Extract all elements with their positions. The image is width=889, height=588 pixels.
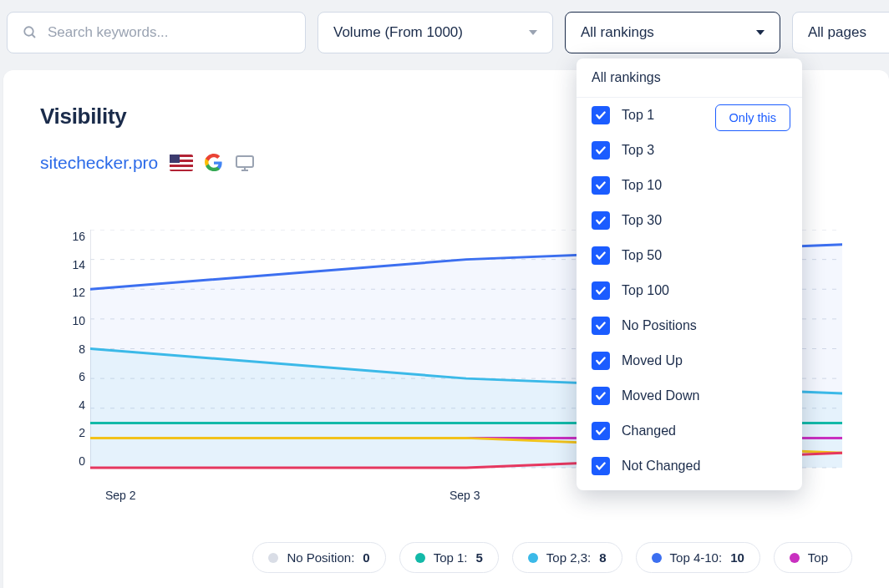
- dropdown-item[interactable]: Not Changed: [577, 449, 802, 484]
- checkbox-icon[interactable]: [592, 141, 610, 160]
- legend-dot: [528, 553, 538, 563]
- search-icon: [23, 25, 38, 40]
- legend-item[interactable]: Top: [774, 542, 852, 573]
- chevron-down-icon: [756, 30, 765, 35]
- rankings-dropdown: All rankings Top 1 Only this Top 3 Top 1…: [577, 58, 802, 490]
- checkbox-icon[interactable]: [592, 246, 610, 265]
- chevron-down-icon: [529, 30, 537, 35]
- svg-rect-2: [236, 156, 253, 167]
- dropdown-item-label: Top 100: [622, 283, 669, 298]
- legend-dot: [415, 553, 425, 563]
- y-tick: 12: [60, 286, 85, 299]
- x-tick: Sep 3: [450, 489, 480, 502]
- legend-label: Top: [808, 550, 828, 565]
- dropdown-item-label: Changed: [622, 423, 676, 438]
- dropdown-item-label: Top 3: [622, 143, 654, 158]
- legend-label: Top 2,3:: [546, 550, 591, 565]
- desktop-icon: [235, 153, 255, 173]
- only-this-button[interactable]: Only this: [715, 104, 790, 131]
- dropdown-item[interactable]: Moved Down: [577, 378, 802, 413]
- checkbox-icon[interactable]: [592, 106, 610, 124]
- legend-item[interactable]: No Position: 0: [252, 542, 385, 573]
- checkbox-icon[interactable]: [592, 317, 610, 335]
- legend-value: 8: [599, 550, 606, 565]
- legend-item[interactable]: Top 4-10: 10: [636, 542, 760, 573]
- svg-line-1: [32, 34, 35, 38]
- y-tick: 0: [60, 454, 85, 468]
- rankings-filter[interactable]: All rankings: [565, 12, 780, 53]
- dropdown-item[interactable]: Changed: [577, 413, 802, 449]
- dropdown-item-label: Not Changed: [622, 459, 700, 474]
- dropdown-item-label: Top 50: [622, 248, 662, 263]
- legend-dot: [268, 553, 278, 563]
- dropdown-item[interactable]: Top 10: [577, 168, 802, 203]
- dropdown-item-label: Moved Up: [622, 353, 683, 368]
- dropdown-item-label: Top 30: [622, 213, 662, 228]
- legend-label: No Position:: [287, 550, 354, 565]
- legend-value: 10: [730, 550, 744, 565]
- dropdown-item-label: Moved Down: [622, 388, 699, 403]
- x-tick: Sep 2: [105, 489, 136, 502]
- legend-label: Top 1:: [434, 550, 468, 565]
- y-tick: 2: [60, 426, 85, 439]
- dropdown-item[interactable]: Top 30: [577, 203, 802, 238]
- checkbox-icon[interactable]: [592, 352, 610, 370]
- us-flag-icon: [170, 155, 193, 171]
- dropdown-item[interactable]: No Positions: [577, 308, 802, 343]
- dropdown-item-label: Top 1: [622, 108, 654, 123]
- dropdown-header: All rankings: [577, 58, 802, 98]
- checkbox-icon[interactable]: [592, 387, 610, 405]
- legend-value: 5: [476, 550, 483, 565]
- legend-value: 0: [363, 550, 369, 565]
- checkbox-icon[interactable]: [592, 422, 610, 440]
- y-axis: 1614121086420: [60, 230, 85, 468]
- y-tick: 10: [60, 314, 85, 327]
- search-input[interactable]: Search keywords...: [7, 12, 306, 53]
- legend-item[interactable]: Top 1: 5: [399, 542, 499, 573]
- dropdown-item[interactable]: Top 3: [577, 133, 802, 168]
- checkbox-icon[interactable]: [592, 457, 610, 475]
- filter-bar: Search keywords... Volume (From 1000) Al…: [0, 0, 889, 65]
- legend-dot: [790, 553, 800, 563]
- pages-filter[interactable]: All pages: [792, 12, 889, 53]
- y-tick: 14: [60, 258, 85, 271]
- y-tick: 16: [60, 230, 85, 243]
- checkbox-icon[interactable]: [592, 176, 610, 195]
- dropdown-item[interactable]: Top 50: [577, 238, 802, 273]
- dropdown-item-label: No Positions: [622, 318, 697, 333]
- legend-dot: [652, 553, 662, 563]
- dropdown-item[interactable]: Moved Up: [577, 343, 802, 378]
- legend: No Position: 0Top 1: 5Top 2,3: 8Top 4-10…: [40, 542, 852, 573]
- google-icon: [205, 154, 223, 172]
- dropdown-item[interactable]: Top 100: [577, 273, 802, 308]
- dropdown-item[interactable]: Top 1 Only this: [577, 98, 802, 133]
- y-tick: 8: [60, 342, 85, 356]
- dropdown-item-label: Top 10: [622, 178, 662, 193]
- checkbox-icon[interactable]: [592, 211, 610, 230]
- checkbox-icon[interactable]: [592, 281, 610, 300]
- y-tick: 6: [60, 370, 85, 383]
- volume-filter[interactable]: Volume (From 1000): [318, 12, 553, 53]
- legend-label: Top 4-10:: [670, 550, 723, 565]
- y-tick: 4: [60, 398, 85, 412]
- svg-point-0: [24, 27, 33, 36]
- site-link[interactable]: sitechecker.pro: [40, 153, 158, 173]
- legend-item[interactable]: Top 2,3: 8: [512, 542, 622, 573]
